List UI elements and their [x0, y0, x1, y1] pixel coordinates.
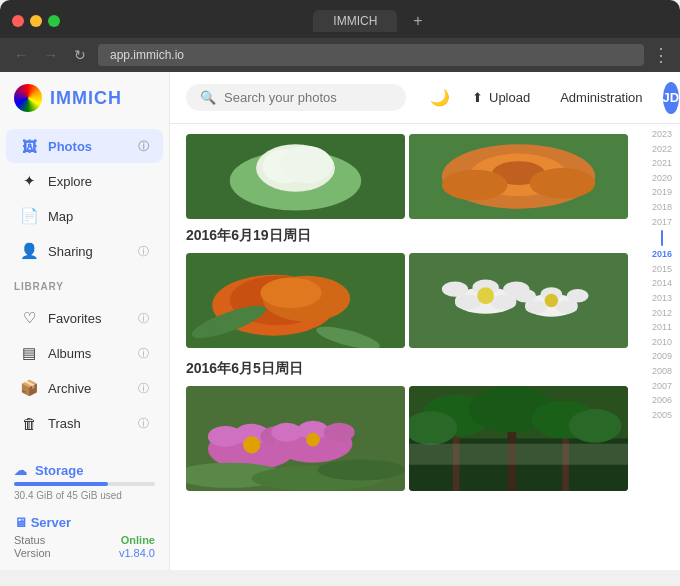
svg-point-26: [477, 287, 494, 304]
minimize-button[interactable]: [30, 15, 42, 27]
storage-bar-background: [14, 482, 155, 486]
svg-point-16: [260, 278, 321, 308]
sidebar-item-sharing[interactable]: 👤 Sharing ⓘ: [6, 234, 163, 268]
timeline-year-2023[interactable]: 2023: [652, 128, 672, 141]
upload-label: Upload: [489, 90, 530, 105]
svg-point-23: [442, 282, 468, 297]
sidebar-item-explore[interactable]: ✦ Explore: [6, 164, 163, 198]
sidebar-item-photos[interactable]: 🖼 Photos ⓘ: [6, 129, 163, 163]
sharing-icon: 👤: [20, 242, 38, 260]
upload-button[interactable]: ⬆ Upload: [462, 84, 540, 111]
archive-label: Archive: [48, 381, 91, 396]
version-value: v1.84.0: [119, 547, 155, 559]
timeline-year-2014[interactable]: 2014: [652, 277, 672, 290]
titlebar: IMMICH +: [0, 0, 680, 38]
avatar[interactable]: JD: [663, 82, 680, 114]
photo-cell[interactable]: [186, 134, 405, 219]
svg-point-38: [208, 426, 243, 447]
trash-info-icon: ⓘ: [138, 416, 149, 431]
maximize-button[interactable]: [48, 15, 60, 27]
timeline-year-2020[interactable]: 2020: [652, 172, 672, 185]
timeline-year-2021[interactable]: 2021: [652, 157, 672, 170]
timeline-year-2010[interactable]: 2010: [652, 336, 672, 349]
forward-button[interactable]: →: [40, 45, 62, 65]
svg-point-33: [545, 294, 559, 308]
server-section: 🖥 Server Status Online Version v1.84.0: [0, 507, 169, 570]
theme-toggle-button[interactable]: 🌙: [430, 82, 450, 114]
version-key: Version: [14, 547, 51, 559]
albums-label: Albums: [48, 346, 91, 361]
browser-more-button[interactable]: ⋮: [652, 44, 670, 66]
timeline-year-2015[interactable]: 2015: [652, 263, 672, 276]
top-photo-grid: [186, 134, 628, 219]
svg-point-42: [324, 423, 355, 442]
search-bar[interactable]: 🔍: [186, 84, 406, 111]
address-text: app.immich.io: [110, 48, 184, 62]
timeline-year-2007[interactable]: 2007: [652, 380, 672, 393]
logo-text: IMMICH: [50, 88, 122, 109]
favorites-label: Favorites: [48, 311, 101, 326]
timeline-year-2019[interactable]: 2019: [652, 186, 672, 199]
timeline-year-2022[interactable]: 2022: [652, 143, 672, 156]
new-tab-button[interactable]: +: [413, 12, 422, 30]
app-header: 🔍 🌙 ⬆ Upload Administration JD: [170, 72, 680, 124]
status-value: Online: [121, 534, 155, 546]
sidebar-item-archive[interactable]: 📦 Archive ⓘ: [6, 371, 163, 405]
timeline-rail: 2023 2022 2021 2020 2019 2018 2017 2016 …: [644, 124, 680, 570]
albums-icon: ▤: [20, 344, 38, 362]
svg-point-43: [271, 423, 302, 442]
browser-tab[interactable]: IMMICH: [313, 10, 397, 32]
svg-point-4: [280, 146, 333, 183]
photos-info-icon: ⓘ: [138, 139, 149, 154]
storage-section: ☁ Storage 30.4 GiB of 45 GiB used: [0, 453, 169, 507]
timeline-year-2006[interactable]: 2006: [652, 394, 672, 407]
server-label: 🖥 Server: [14, 515, 155, 530]
refresh-button[interactable]: ↻: [70, 45, 90, 65]
address-bar[interactable]: app.immich.io: [98, 44, 644, 66]
timeline-year-2016[interactable]: 2016: [652, 248, 672, 261]
photo-cell[interactable]: [409, 134, 628, 219]
timeline-year-2005[interactable]: 2005: [652, 409, 672, 422]
map-label: Map: [48, 209, 73, 224]
archive-icon: 📦: [20, 379, 38, 397]
photo-cell[interactable]: [409, 386, 628, 491]
photo-cell[interactable]: [186, 253, 405, 348]
svg-point-30: [514, 289, 536, 302]
main-nav: 🖼 Photos ⓘ ✦ Explore 📄 Map 👤 Sharing ⓘ: [0, 124, 169, 273]
timeline-year-2011[interactable]: 2011: [652, 321, 672, 334]
sidebar: IMMICH 🖼 Photos ⓘ ✦ Explore 📄 Map: [0, 72, 170, 570]
svg-point-9: [442, 170, 508, 201]
back-button[interactable]: ←: [10, 45, 32, 65]
photos-icon: 🖼: [20, 137, 38, 155]
administration-button[interactable]: Administration: [552, 84, 650, 111]
timeline-year-2012[interactable]: 2012: [652, 307, 672, 320]
timeline-year-2009[interactable]: 2009: [652, 350, 672, 363]
photo-cell[interactable]: [186, 386, 405, 491]
favorites-icon: ♡: [20, 309, 38, 327]
date-section-2: 2016年6月5日周日: [186, 360, 664, 491]
storage-label: ☁ Storage: [14, 463, 155, 478]
status-key: Status: [14, 534, 45, 546]
browser-chrome: IMMICH + ← → ↻ app.immich.io ⋮: [0, 0, 680, 72]
date-header-1: 2016年6月19日周日: [186, 227, 664, 245]
sidebar-item-favorites[interactable]: ♡ Favorites ⓘ: [6, 301, 163, 335]
photos-label: Photos: [48, 139, 92, 154]
sidebar-item-albums[interactable]: ▤ Albums ⓘ: [6, 336, 163, 370]
sidebar-item-map[interactable]: 📄 Map: [6, 199, 163, 233]
timeline-year-2018[interactable]: 2018: [652, 201, 672, 214]
sharing-label: Sharing: [48, 244, 93, 259]
search-icon: 🔍: [200, 90, 216, 105]
timeline-active-indicator: [661, 230, 663, 246]
close-button[interactable]: [12, 15, 24, 27]
tab-label: IMMICH: [333, 14, 377, 28]
timeline-year-2013[interactable]: 2013: [652, 292, 672, 305]
browser-window: IMMICH + ← → ↻ app.immich.io ⋮ IMMICH: [0, 0, 680, 570]
search-input[interactable]: [224, 90, 392, 105]
timeline-year-2017[interactable]: 2017: [652, 216, 672, 229]
svg-point-39: [243, 436, 260, 453]
sidebar-item-trash[interactable]: 🗑 Trash ⓘ: [6, 406, 163, 440]
photo-cell[interactable]: [409, 253, 628, 348]
timeline-year-2008[interactable]: 2008: [652, 365, 672, 378]
date-section-1: 2016年6月19日周日: [186, 227, 664, 348]
storage-cloud-icon: ☁: [14, 463, 27, 478]
